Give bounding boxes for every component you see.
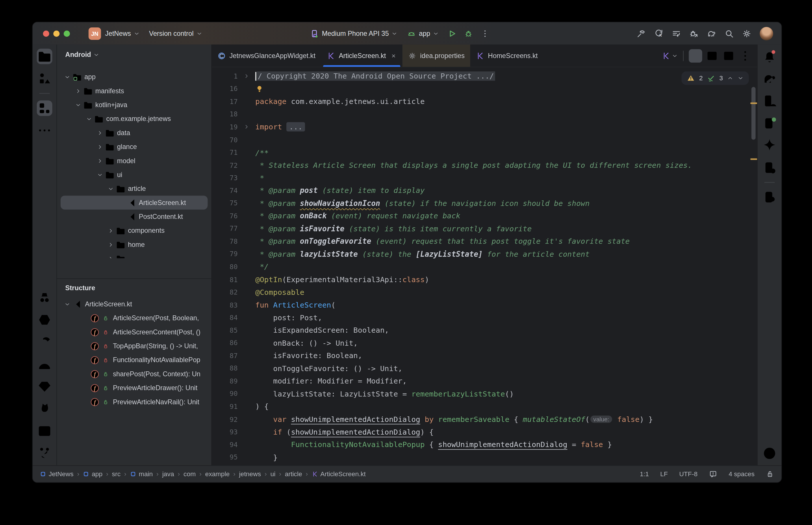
tree-item-manifests[interactable]: manifests [61, 84, 208, 97]
tool-window-device-explorer[interactable] [762, 190, 777, 205]
breadcrumb-item-article[interactable]: article [285, 470, 302, 478]
chevron-right-icon[interactable] [106, 228, 115, 234]
user-avatar[interactable] [760, 27, 773, 40]
tool-window-gemini[interactable] [762, 138, 777, 153]
tool-window-version-control[interactable] [37, 446, 52, 461]
tab-homescreens-kt[interactable]: HomeScreens.kt [470, 44, 544, 67]
tool-window-profiler[interactable] [37, 357, 52, 372]
tool-window-problems[interactable] [762, 446, 777, 461]
tree-item-com-example-jetnews[interactable]: com.example.jetnews [61, 112, 208, 125]
breadcrumb-item-ui[interactable]: ui [270, 470, 276, 478]
chevron-right-icon[interactable] [95, 130, 105, 136]
device-selector[interactable]: Medium Phone API 35 [310, 29, 398, 38]
unlock-icon[interactable] [766, 470, 774, 478]
close-tab-icon[interactable] [391, 52, 397, 59]
tool-window-structure[interactable] [37, 101, 52, 116]
notification-bubble-icon[interactable] [709, 470, 717, 478]
prev-problem-icon[interactable] [727, 75, 734, 81]
tree-item-ui[interactable]: ui [61, 168, 208, 182]
indent-setting[interactable]: 4 spaces [728, 470, 754, 478]
project-view-selector[interactable]: Android [57, 44, 211, 61]
tool-window-device-manager[interactable] [762, 93, 777, 109]
debug-button[interactable] [464, 29, 473, 38]
tree-item-model[interactable]: model [61, 154, 208, 167]
chevron-down-icon[interactable] [63, 301, 72, 307]
tool-window-resource-manager[interactable] [37, 71, 52, 87]
line-ending[interactable]: LF [660, 470, 668, 478]
apply-changes-icon[interactable]: A [654, 29, 663, 38]
structure-function[interactable]: fArticleScreen(Post, Boolean, [61, 311, 208, 325]
chevron-down-icon[interactable] [73, 102, 83, 108]
structure-function[interactable]: fArticleScreenContent(Post, () [61, 325, 208, 339]
tab-articlescreen-kt[interactable]: ArticleScreen.kt [321, 44, 402, 67]
chevron-down-icon[interactable] [106, 185, 115, 192]
next-problem-icon[interactable] [737, 75, 744, 81]
chevron-right-icon[interactable] [95, 144, 105, 150]
run-button[interactable] [447, 29, 457, 38]
tree-item-app[interactable]: app [61, 70, 208, 84]
editor-scrollbar[interactable] [751, 87, 755, 140]
structure-function[interactable]: fTopAppBar(String, () -> Unit, [61, 339, 208, 353]
project-selector[interactable]: JetNews [105, 29, 140, 37]
tool-window-logcat[interactable] [37, 401, 52, 417]
tool-window-running-devices[interactable] [37, 312, 52, 328]
breadcrumb-item-com[interactable]: com [183, 470, 196, 478]
version-control-menu[interactable]: Version control [149, 29, 203, 37]
breadcrumb-item-jetnews[interactable]: jetnews [239, 470, 261, 478]
tree-item-home[interactable]: home [61, 238, 208, 252]
chevron-down-icon[interactable] [84, 116, 94, 122]
code-editor[interactable]: 1/ Copyright 2020 The Android Open Sourc… [212, 67, 757, 465]
close-window-button[interactable] [43, 30, 49, 37]
tree-item-kotlin-java[interactable]: kotlin+java [61, 98, 208, 112]
more-actions-icon[interactable] [480, 29, 489, 38]
tree-item-articlescreen-kt[interactable]: ArticleScreen.kt [61, 195, 208, 209]
editor-options[interactable] [739, 49, 752, 62]
tool-window-running-devices[interactable] [762, 116, 777, 131]
caret-position[interactable]: 1:1 [640, 470, 649, 478]
breadcrumb-item-main[interactable]: main [130, 470, 153, 478]
tool-window-terminal[interactable] [37, 423, 52, 439]
hidden-tabs-dropdown[interactable] [662, 51, 678, 60]
structure-function[interactable]: fPreviewArticleDrawer(): Unit [61, 381, 208, 395]
breadcrumb-item-java[interactable]: java [162, 470, 174, 478]
inspection-widget[interactable]: 2 3 [682, 71, 749, 85]
breadcrumb-item-src[interactable]: src [112, 470, 120, 478]
tree-item-glance[interactable]: glance [61, 140, 208, 154]
sync-gradle-icon[interactable] [707, 29, 716, 38]
chevron-right-icon[interactable] [106, 241, 115, 248]
tab-jetnewsglanceappwidget-kt[interactable]: JetnewsGlanceAppWidget.kt [212, 44, 321, 67]
editor-view-preview[interactable] [722, 49, 735, 62]
run-config-selector[interactable]: app [407, 29, 439, 38]
structure-function[interactable]: fPreviewArticleNavRail(): Unit [61, 395, 208, 409]
editor-view-list[interactable] [689, 49, 702, 62]
attach-debugger-icon[interactable] [689, 29, 698, 38]
breadcrumb-item-articlescreen-kt[interactable]: ArticleScreen.kt [311, 470, 366, 478]
chevron-right-icon[interactable] [106, 255, 115, 258]
structure-root[interactable]: ArticleScreen.kt [61, 297, 208, 311]
breadcrumb-item-app[interactable]: app [83, 470, 103, 478]
tree-item[interactable] [61, 252, 208, 258]
chevron-right-icon[interactable] [73, 88, 83, 94]
file-encoding[interactable]: UTF-8 [679, 470, 697, 478]
fold-arrow-icon[interactable] [238, 73, 255, 79]
chevron-right-icon[interactable] [95, 158, 105, 164]
tool-window-build[interactable] [37, 334, 52, 350]
chevron-down-icon[interactable] [63, 74, 72, 80]
tool-window-gradle[interactable] [762, 71, 777, 87]
tree-item-components[interactable]: components [61, 224, 208, 237]
structure-function[interactable]: fsharePost(Post, Context): Un [61, 367, 208, 381]
tool-window-app-quality-insights[interactable] [37, 379, 52, 394]
minimize-window-button[interactable] [54, 30, 60, 37]
tree-item-postcontent-kt[interactable]: PostContent.kt [61, 210, 208, 224]
breadcrumb-item-jetnews[interactable]: JetNews [40, 470, 73, 478]
editor-view-split[interactable] [705, 49, 719, 62]
run-configurations-icon[interactable] [671, 29, 681, 38]
fold-arrow-icon[interactable] [238, 124, 255, 130]
tree-item-article[interactable]: article [61, 182, 208, 195]
tool-window-more-tool-windows[interactable] [37, 123, 52, 138]
tool-window-project[interactable] [37, 48, 52, 64]
tab-idea-properties[interactable]: idea.properties [402, 44, 470, 67]
tool-window-notifications[interactable] [762, 48, 777, 64]
zoom-window-button[interactable] [63, 30, 70, 37]
chevron-down-icon[interactable] [95, 171, 105, 178]
